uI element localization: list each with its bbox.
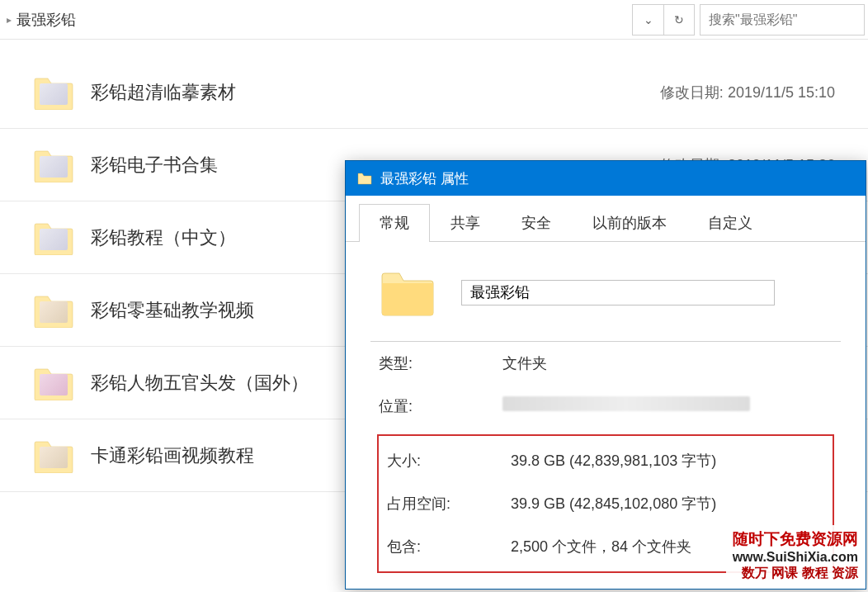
folder-icon — [357, 172, 372, 185]
chevron-right-icon: ▸ — [7, 14, 12, 26]
folder-icon — [33, 438, 74, 473]
chevron-down-icon: ⌄ — [644, 13, 653, 26]
explorer-toolbar: ▸ 最强彩铅 ⌄ ↻ — [0, 0, 868, 40]
history-dropdown-button[interactable]: ⌄ — [632, 4, 663, 36]
folder-icon — [33, 148, 74, 182]
watermark-line: www.SuiShiXia.com — [733, 550, 858, 565]
tab-security[interactable]: 安全 — [501, 204, 572, 241]
property-value: 文件夹 — [502, 353, 833, 373]
property-label: 大小: — [387, 451, 511, 471]
property-label: 类型: — [379, 353, 502, 373]
folder-icon — [379, 268, 436, 316]
property-value: 39.8 GB (42,839,981,103 字节) — [511, 451, 824, 471]
file-date: 修改日期: 2019/11/5 15:10 — [660, 83, 835, 102]
tab-general[interactable]: 常规 — [359, 204, 430, 241]
folder-icon — [33, 293, 74, 328]
folder-icon — [33, 366, 74, 400]
refresh-icon: ↻ — [674, 13, 684, 26]
search-box[interactable] — [700, 4, 865, 36]
watermark-line: 数万 网课 教程 资源 — [733, 565, 858, 582]
file-name: 彩铅超清临摹素材 — [91, 80, 660, 105]
breadcrumb[interactable]: ▸ 最强彩铅 — [0, 0, 632, 39]
list-item[interactable]: 彩铅超清临摹素材 修改日期: 2019/11/5 15:10 — [0, 56, 868, 129]
property-label: 位置: — [379, 396, 502, 416]
property-row-type: 类型: 文件夹 — [370, 342, 841, 385]
property-label: 包含: — [387, 537, 511, 556]
breadcrumb-text: 最强彩铅 — [17, 10, 76, 30]
refresh-button[interactable]: ↻ — [663, 4, 695, 36]
property-header — [370, 258, 841, 342]
property-row-location: 位置: — [370, 385, 841, 428]
folder-icon — [33, 75, 74, 110]
tabs-row: 常规 共享 安全 以前的版本 自定义 — [346, 196, 866, 242]
property-value: 39.9 GB (42,845,102,080 字节) — [511, 494, 824, 514]
folder-name-input[interactable] — [461, 280, 775, 305]
watermark: 随时下免费资源网 www.SuiShiXia.com 数万 网课 教程 资源 — [726, 525, 865, 585]
dialog-titlebar[interactable]: 最强彩铅 属性 — [346, 161, 866, 196]
property-value-redacted — [502, 396, 833, 416]
tab-customize[interactable]: 自定义 — [687, 204, 773, 241]
property-label: 占用空间: — [387, 494, 511, 514]
property-row-disk: 占用空间: 39.9 GB (42,845,102,080 字节) — [379, 482, 833, 525]
watermark-line: 随时下免费资源网 — [733, 528, 858, 550]
dialog-title: 最强彩铅 属性 — [380, 169, 469, 188]
tab-sharing[interactable]: 共享 — [430, 204, 501, 241]
search-input[interactable] — [709, 12, 856, 27]
folder-icon — [33, 220, 74, 255]
tab-previous-versions[interactable]: 以前的版本 — [572, 204, 687, 241]
property-row-size: 大小: 39.8 GB (42,839,981,103 字节) — [379, 439, 833, 482]
